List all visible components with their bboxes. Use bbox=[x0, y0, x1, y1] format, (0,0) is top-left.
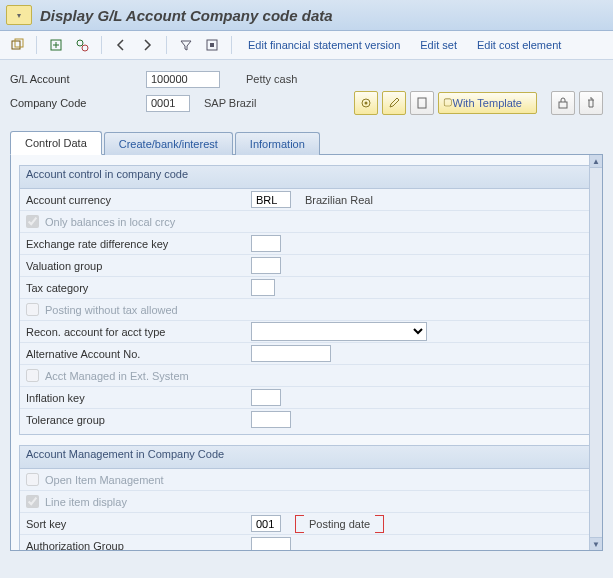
account-currency-desc: Brazilian Real bbox=[305, 194, 373, 206]
account-currency-input[interactable] bbox=[251, 191, 291, 208]
line-item-label: Line item display bbox=[45, 496, 270, 508]
application-toolbar: Edit financial statement version Edit se… bbox=[0, 31, 613, 60]
separator bbox=[101, 36, 102, 54]
tolerance-group-label: Tolerance group bbox=[26, 414, 251, 426]
posting-without-tax-label: Posting without tax allowed bbox=[45, 304, 270, 316]
alt-account-input[interactable] bbox=[251, 345, 331, 362]
ext-system-label: Acct Managed in Ext. System bbox=[45, 370, 270, 382]
gl-account-input[interactable] bbox=[146, 71, 220, 88]
tolerance-group-input[interactable] bbox=[251, 411, 291, 428]
filter-icon[interactable] bbox=[175, 34, 197, 56]
window-titlebar: ▾ Display G/L Account Company code data bbox=[0, 0, 613, 31]
recon-account-label: Recon. account for acct type bbox=[26, 326, 251, 338]
where-used-icon[interactable] bbox=[71, 34, 93, 56]
edit-icon[interactable] bbox=[382, 91, 406, 115]
gl-account-label: G/L Account bbox=[10, 73, 140, 85]
svg-point-4 bbox=[82, 45, 88, 51]
inflation-key-input[interactable] bbox=[251, 389, 281, 406]
separator bbox=[231, 36, 232, 54]
sort-key-input[interactable] bbox=[251, 515, 281, 532]
exchange-rate-input[interactable] bbox=[251, 235, 281, 252]
sort-key-label: Sort key bbox=[26, 518, 251, 530]
group-account-management: Account Management in Company Code Open … bbox=[19, 445, 594, 551]
recon-account-select[interactable] bbox=[251, 322, 427, 341]
settings-icon[interactable] bbox=[201, 34, 223, 56]
display-icon[interactable] bbox=[354, 91, 378, 115]
account-currency-label: Account currency bbox=[26, 194, 251, 206]
scroll-up-icon[interactable]: ▲ bbox=[590, 155, 602, 168]
svg-rect-0 bbox=[12, 41, 20, 49]
scroll-down-icon[interactable]: ▼ bbox=[590, 537, 602, 550]
group-title: Account Management in Company Code bbox=[20, 446, 593, 469]
tab-create-bank-interest[interactable]: Create/bank/interest bbox=[104, 132, 233, 155]
tabstrip: Control Data Create/bank/interest Inform… bbox=[10, 130, 603, 155]
create-icon[interactable] bbox=[410, 91, 434, 115]
alt-account-label: Alternative Account No. bbox=[26, 348, 251, 360]
tab-body: Account control in company code Account … bbox=[10, 155, 603, 551]
gl-account-desc: Petty cash bbox=[246, 73, 297, 85]
group-title: Account control in company code bbox=[20, 166, 593, 189]
delete-icon[interactable] bbox=[579, 91, 603, 115]
next-icon[interactable] bbox=[136, 34, 158, 56]
toggle-display-change-icon[interactable] bbox=[6, 34, 28, 56]
valuation-group-label: Valuation group bbox=[26, 260, 251, 272]
lock-icon[interactable] bbox=[551, 91, 575, 115]
svg-rect-6 bbox=[210, 43, 214, 47]
separator bbox=[166, 36, 167, 54]
company-code-label: Company Code bbox=[10, 97, 140, 109]
valuation-group-input[interactable] bbox=[251, 257, 281, 274]
ext-system-checkbox bbox=[26, 369, 39, 382]
sort-key-desc: Posting date bbox=[295, 518, 384, 530]
svg-rect-10 bbox=[559, 102, 567, 108]
only-balances-label: Only balances in local crcy bbox=[45, 216, 270, 228]
menu-dropdown-icon[interactable]: ▾ bbox=[6, 5, 32, 25]
company-code-input[interactable] bbox=[146, 95, 190, 112]
group-account-control: Account control in company code Account … bbox=[19, 165, 594, 435]
with-template-button[interactable]: ▢With Template bbox=[438, 92, 538, 114]
authorization-group-label: Authorization Group bbox=[26, 540, 251, 552]
tax-category-input[interactable] bbox=[251, 279, 275, 296]
window-title: Display G/L Account Company code data bbox=[40, 7, 333, 24]
tab-information[interactable]: Information bbox=[235, 132, 320, 155]
company-code-desc: SAP Brazil bbox=[204, 97, 256, 109]
tab-control-data[interactable]: Control Data bbox=[10, 131, 102, 155]
posting-without-tax-checkbox bbox=[26, 303, 39, 316]
other-account-icon[interactable] bbox=[45, 34, 67, 56]
svg-rect-9 bbox=[418, 98, 426, 108]
tax-category-label: Tax category bbox=[26, 282, 251, 294]
separator bbox=[36, 36, 37, 54]
authorization-group-input[interactable] bbox=[251, 537, 291, 551]
open-item-checkbox bbox=[26, 473, 39, 486]
open-item-label: Open Item Management bbox=[45, 474, 270, 486]
vertical-scrollbar[interactable]: ▲ ▼ bbox=[589, 155, 602, 550]
inflation-key-label: Inflation key bbox=[26, 392, 251, 404]
edit-cost-element-link[interactable]: Edit cost element bbox=[469, 39, 569, 51]
edit-financial-statement-link[interactable]: Edit financial statement version bbox=[240, 39, 408, 51]
svg-rect-1 bbox=[15, 39, 23, 47]
selection-header: G/L Account Petty cash Company Code SAP … bbox=[0, 60, 613, 122]
only-balances-checkbox bbox=[26, 215, 39, 228]
exchange-rate-label: Exchange rate difference key bbox=[26, 238, 251, 250]
svg-point-3 bbox=[77, 40, 83, 46]
previous-icon[interactable] bbox=[110, 34, 132, 56]
edit-set-link[interactable]: Edit set bbox=[412, 39, 465, 51]
with-template-label: With Template bbox=[453, 97, 523, 109]
svg-point-8 bbox=[364, 102, 367, 105]
line-item-checkbox bbox=[26, 495, 39, 508]
